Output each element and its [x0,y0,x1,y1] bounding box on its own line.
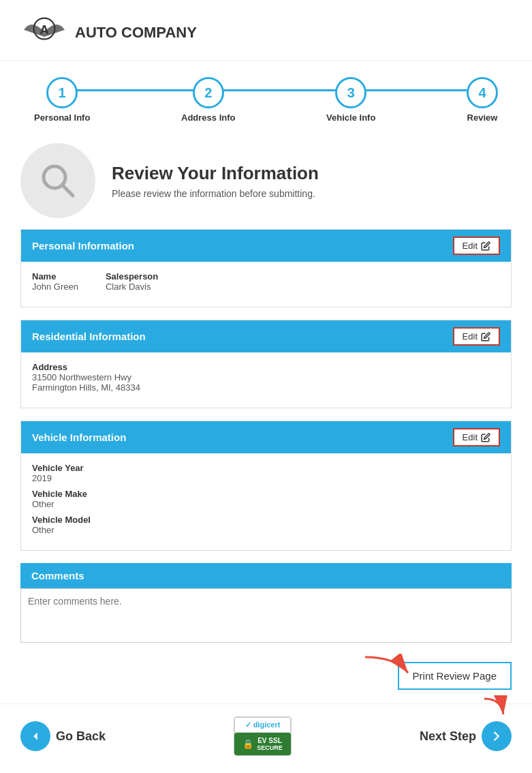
company-name: AUTO COMPANY [75,25,197,41]
header: A AUTO COMPANY [0,0,532,61]
print-btn-area: Print Review Page [0,658,532,697]
personal-section-title: Personal Information [32,240,134,252]
residential-section-title: Residential Information [32,331,146,342]
vehicle-make-group: Vehicle Make Other [32,489,500,509]
vehicle-section-title: Vehicle Information [32,431,126,443]
step-3-circle: 3 [335,77,366,108]
comments-title: Comments [31,570,84,581]
vehicle-year-value: 2019 [32,473,500,483]
address-label: Address [32,362,500,372]
svg-text:A: A [40,22,49,37]
digicert-top: ✓ digicert [234,717,291,733]
digicert-badge: ✓ digicert 🔒 EV SSL SECURE [234,716,292,756]
go-back-area[interactable]: Go Back [20,721,106,751]
page-container: A AUTO COMPANY 1 Personal Info 2 Address… [0,0,532,773]
vehicle-year-label: Vehicle Year [32,463,500,473]
logo-icon: A [20,12,68,53]
digicert-secure-box: 🔒 EV SSL SECURE [234,733,291,755]
footer-nav: Go Back ✓ digicert 🔒 EV SSL SECURE [0,703,532,770]
personal-field-row: Name John Green Salesperson Clark Davis [32,271,500,297]
go-back-label: Go Back [56,729,106,744]
personal-section-body: Name John Green Salesperson Clark Davis [21,262,511,307]
step-3: 3 Vehicle Info [326,77,375,123]
ev-ssl-label: EV SSL [257,737,283,744]
step-1-label: Personal Info [34,112,90,123]
personal-edit-button[interactable]: Edit [453,237,500,255]
search-icon [37,160,78,201]
step-4-label: Review [467,112,498,123]
salesperson-field-group: Salesperson Clark Davis [106,271,158,292]
step-2-label: Address Info [181,112,235,123]
address-line2: Farmington Hills, MI, 48334 [32,382,500,393]
step-4: 4 Review [467,77,498,123]
step-1: 1 Personal Info [34,77,90,123]
svg-line-3 [62,185,73,196]
next-step-label: Next Step [420,729,476,744]
next-step-arrow-icon [464,695,512,723]
vehicle-model-value: Other [32,525,500,535]
step-2-circle: 2 [193,77,224,108]
review-title: Review Your Information [112,163,319,184]
step-1-circle: 1 [46,77,78,108]
comments-header: Comments [20,563,512,588]
arrow-left-icon [28,729,43,744]
salesperson-label: Salesperson [106,271,158,282]
address-field-group: Address 31500 Northwestern Hwy Farmingto… [32,362,500,393]
go-back-button[interactable] [20,721,50,751]
step-3-label: Vehicle Info [326,112,375,123]
residential-info-section: Residential Information Edit Address 315… [20,320,512,408]
vehicle-section-header: Vehicle Information Edit [21,421,511,453]
arrow-right-icon [489,729,504,744]
name-field-group: Name John Green [32,271,78,292]
vehicle-model-group: Vehicle Model Other [32,515,500,535]
vehicle-year-group: Vehicle Year 2019 [32,463,500,483]
edit-icon [481,332,490,342]
personal-section-header: Personal Information Edit [21,230,511,262]
name-value: John Green [32,282,78,292]
personal-info-section: Personal Information Edit Name John Gree… [20,229,512,307]
edit-icon [481,433,490,442]
next-step-area[interactable]: Next Step [420,721,512,751]
review-title-area: Review Your Information Please review th… [112,163,319,199]
vehicle-model-label: Vehicle Model [32,515,500,525]
residential-edit-button[interactable]: Edit [453,327,500,346]
comments-section: Comments [20,563,512,646]
vehicle-make-label: Vehicle Make [32,489,500,499]
vehicle-edit-button[interactable]: Edit [453,428,500,446]
vehicle-info-section: Vehicle Information Edit Vehicle Year 20… [20,421,512,551]
progress-line [65,89,467,91]
review-header: Review Your Information Please review th… [0,130,532,229]
next-step-button[interactable] [482,721,512,751]
residential-section-header: Residential Information Edit [21,320,511,352]
progress-bar: 1 Personal Info 2 Address Info 3 Vehicle… [0,61,532,130]
print-arrow-icon [362,654,416,681]
logo-area: A AUTO COMPANY [20,12,512,53]
review-subtitle: Please review the information before sub… [112,188,319,199]
residential-section-body: Address 31500 Northwestern Hwy Farmingto… [21,352,511,408]
comments-textarea[interactable] [20,588,512,643]
address-line1: 31500 Northwestern Hwy [32,372,500,382]
salesperson-value: Clark Davis [106,282,158,292]
secure-label: SECURE [257,744,283,751]
vehicle-section-body: Vehicle Year 2019 Vehicle Make Other Veh… [21,453,511,550]
step-2: 2 Address Info [181,77,235,123]
vehicle-make-value: Other [32,499,500,509]
digicert-wrapper: ✓ digicert 🔒 EV SSL SECURE [234,716,292,756]
avatar [20,143,95,218]
edit-icon [481,241,490,251]
step-4-circle: 4 [467,77,498,108]
name-label: Name [32,271,78,282]
